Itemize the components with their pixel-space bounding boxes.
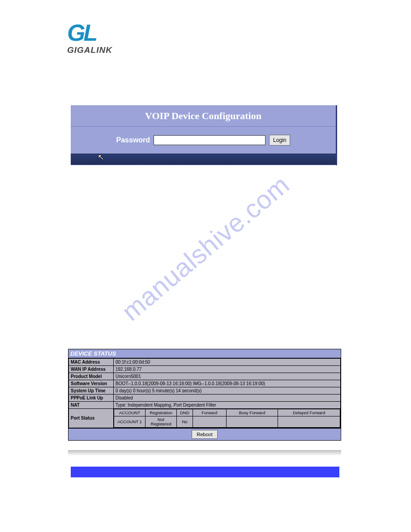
mac-address-value: 00:1f:c1:00:0d:50 (114, 359, 341, 366)
device-status-header: DEVICE STATUS (68, 349, 341, 358)
watermark-text: manualshive.com (116, 169, 295, 326)
login-footer-bar (71, 154, 336, 165)
solid-blue-bar (71, 467, 339, 477)
login-form: Password Login (71, 127, 336, 154)
wan-ip-label: WAN IP Address (69, 366, 114, 373)
password-input[interactable] (154, 135, 265, 145)
port-status-cell: ACCOUNT Registration DND Forward Busy Fo… (114, 409, 341, 428)
wan-ip-value: 192.168.0.77 (114, 366, 341, 373)
port-status-label: Port Status (69, 409, 114, 428)
document-page: GL GIGALINK manualshive.com VOIP Device … (0, 0, 411, 532)
port-status-table: ACCOUNT Registration DND Forward Busy Fo… (114, 409, 340, 428)
password-label: Password (116, 136, 150, 144)
login-title: VOIP Device Configuration (145, 110, 261, 122)
device-footer: Reboot (68, 428, 341, 440)
nat-label: NAT (69, 402, 114, 409)
col-forward: Forward (193, 409, 227, 416)
port-forward-value (193, 416, 227, 428)
port-dnd-value: No (177, 416, 193, 428)
system-uptime-value: 0 day(s) 0 hour(s) 5 minute(s) 14 second… (114, 387, 341, 395)
product-model-value: Unicorn5001 (114, 373, 341, 380)
brand-logo-gl: GL (67, 22, 112, 43)
device-panel-shadow (68, 450, 341, 456)
port-registration-value: Not Registered (146, 416, 177, 428)
col-dnd: DND (177, 409, 193, 416)
port-busy-forward-value (226, 416, 278, 428)
port-delayed-forward-value (278, 416, 340, 428)
login-button[interactable]: Login (269, 135, 290, 146)
reboot-button[interactable]: Reboot (192, 430, 217, 439)
nat-value: Type: Independent Mapping, Port Dependen… (114, 402, 341, 409)
pppoe-value: Disabled (114, 395, 341, 402)
col-busy-forward: Busy Forward (226, 409, 278, 416)
login-panel: VOIP Device Configuration Password Login… (71, 105, 337, 165)
product-model-label: Product Model (69, 373, 114, 380)
port-account-value: ACCOUNT 1 (114, 416, 146, 428)
pppoe-label: PPPoE Link Up (69, 395, 114, 402)
col-registration: Registration (146, 409, 177, 416)
system-uptime-label: System Up Time (69, 387, 114, 395)
login-title-row: VOIP Device Configuration (71, 105, 336, 127)
col-account: ACCOUNT (114, 409, 146, 416)
software-version-label: Software Version (69, 380, 114, 387)
brand-logo: GL GIGALINK (67, 22, 112, 55)
device-status-table: MAC Address 00:1f:c1:00:0d:50 WAN IP Add… (68, 358, 341, 428)
device-status-panel: DEVICE STATUS MAC Address 00:1f:c1:00:0d… (68, 349, 341, 441)
software-version-value: BOOT--1.0.0.18(2009-08-13 16:18:00) IMG-… (114, 380, 341, 387)
col-delayed-forward: Delayed Forward (278, 409, 340, 416)
mac-address-label: MAC Address (69, 359, 114, 366)
brand-logo-text: GIGALINK (67, 45, 112, 55)
